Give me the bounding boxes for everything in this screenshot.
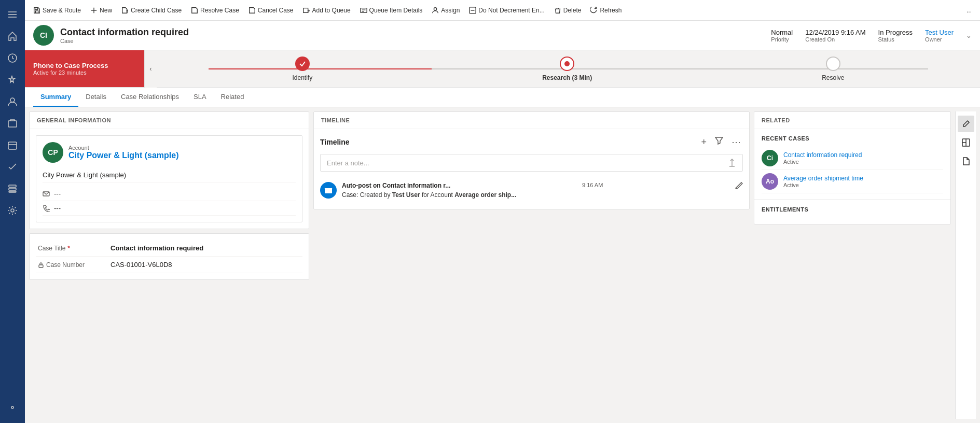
nav-queue[interactable]	[2, 178, 23, 199]
timeline-actions: + ⋯	[699, 135, 743, 149]
timeline-filter-button[interactable]	[713, 136, 725, 149]
timeline-more-button[interactable]: ⋯	[729, 135, 743, 149]
tab-summary[interactable]: Summary	[33, 88, 78, 107]
related-case-1-info: Contact information required Active	[783, 151, 943, 165]
queue-details-button[interactable]: Queue Item Details	[356, 5, 427, 16]
nav-accounts[interactable]	[2, 113, 23, 134]
case-title-label: Case Title *	[38, 245, 111, 252]
nav-pinned[interactable]	[2, 69, 23, 90]
process-step-resolve[interactable]: Resolve	[822, 57, 844, 81]
resolve-case-button[interactable]: Resolve Case	[187, 5, 243, 16]
tab-sla[interactable]: SLA	[186, 88, 214, 107]
tab-case-relationships[interactable]: Case Relationships	[114, 88, 186, 107]
svg-point-11	[11, 406, 13, 408]
account-email-value: ---	[54, 190, 61, 198]
step-circle-identify	[295, 57, 310, 71]
timeline-header-row: Timeline + ⋯	[320, 135, 743, 149]
svg-marker-30	[715, 137, 723, 144]
case-number-label: Case Number	[38, 261, 111, 269]
nav-home[interactable]	[2, 26, 23, 47]
svg-point-24	[434, 7, 437, 10]
account-sub-name: City Power & Light (sample)	[43, 168, 296, 182]
refresh-button[interactable]: Refresh	[586, 5, 626, 16]
process-bar-chevron[interactable]: ‹	[144, 50, 157, 88]
nav-activities[interactable]	[2, 157, 23, 177]
timeline-add-button[interactable]: +	[699, 136, 709, 149]
svg-rect-29	[39, 265, 43, 267]
nav-tools[interactable]	[2, 200, 23, 221]
case-info: Case Title * Contact information require…	[30, 234, 309, 279]
svg-rect-21	[360, 8, 366, 12]
add-queue-button[interactable]: Add to Queue	[299, 5, 355, 16]
right-sidebar	[955, 111, 976, 419]
related-case-2-info: Average order shipment time Active	[783, 175, 943, 188]
svg-rect-8	[9, 188, 16, 190]
process-step-research[interactable]: Research (3 Min)	[542, 57, 592, 81]
account-card-inner: CP Account City Power & Light (sample) C…	[36, 135, 302, 222]
svg-rect-9	[9, 191, 16, 192]
nav-cases[interactable]	[2, 135, 23, 156]
svg-rect-5	[8, 121, 17, 127]
entitlements-title: ENTITLEMENTS	[762, 206, 943, 213]
sidebar-pencil-btn[interactable]	[958, 116, 974, 132]
timeline-section: Timeline + ⋯ Enter a note...	[314, 129, 749, 209]
nav-bottom[interactable]	[2, 397, 23, 418]
related-case-1-name[interactable]: Contact information required	[783, 151, 943, 159]
timeline-entry-content: Auto-post on Contact information r... 9:…	[342, 182, 743, 199]
account-label: Account	[68, 145, 178, 151]
step-circle-resolve	[826, 57, 840, 71]
process-bar-active[interactable]: Phone to Case Process Active for 23 minu…	[25, 50, 144, 87]
delete-button[interactable]: Delete	[550, 5, 586, 16]
svg-point-4	[10, 98, 15, 102]
svg-rect-18	[303, 8, 308, 12]
case-fields-card: Case Title * Contact information require…	[29, 233, 309, 280]
toolbar: Save & Route New Create Child Case Resol…	[25, 0, 980, 21]
related-case-2: Ao Average order shipment time Active	[762, 170, 943, 193]
account-name[interactable]: City Power & Light (sample)	[68, 151, 178, 160]
owner-meta: Test User Owner	[925, 29, 954, 43]
nav-menu[interactable]	[2, 4, 23, 25]
record-expand-chevron[interactable]: ⌄	[966, 32, 972, 39]
cancel-case-button[interactable]: Cancel Case	[244, 5, 298, 16]
timeline-card: TIMELINE Timeline + ⋯	[313, 111, 750, 209]
sidebar-layout-btn[interactable]	[958, 134, 974, 151]
timeline-entry: Auto-post on Contact information r... 9:…	[320, 178, 743, 203]
do-not-decrement-button[interactable]: Do Not Decrement En...	[465, 5, 548, 16]
assign-button[interactable]: Assign	[427, 5, 464, 16]
related-case-1: Ci Contact information required Active	[762, 147, 943, 170]
child-case-button[interactable]: Create Child Case	[117, 5, 186, 16]
related-case-1-avatar: Ci	[762, 150, 778, 166]
timeline-note-input[interactable]: Enter a note...	[320, 154, 743, 172]
related-case-1-status: Active	[783, 159, 943, 165]
tab-related[interactable]: Related	[214, 88, 252, 107]
more-actions-button[interactable]: ...	[962, 5, 976, 16]
record-title-area: Contact information required Case	[60, 27, 765, 44]
step-circle-research	[560, 57, 574, 71]
new-button[interactable]: New	[86, 5, 116, 16]
nav-recent[interactable]	[2, 48, 23, 68]
tab-details[interactable]: Details	[78, 88, 114, 107]
save-route-button[interactable]: Save & Route	[29, 5, 85, 16]
account-info: Account City Power & Light (sample)	[68, 145, 178, 160]
recent-cases-title: RECENT CASES	[762, 135, 943, 142]
related-case-2-status: Active	[783, 182, 943, 188]
record-header: CI Contact information required Case Nor…	[25, 21, 980, 50]
process-bar: Phone to Case Process Active for 23 minu…	[25, 50, 980, 88]
step-label-resolve: Resolve	[822, 74, 844, 81]
nav-contacts[interactable]	[2, 91, 23, 112]
process-line-active	[209, 68, 432, 69]
general-info-card: GENERAL INFORMATION CP Account City Powe…	[29, 111, 309, 229]
account-avatar: CP	[43, 142, 63, 163]
timeline-entry-title: Auto-post on Contact information r...	[342, 182, 450, 189]
related-case-2-name[interactable]: Average order shipment time	[783, 175, 943, 182]
priority-meta: Normal Priority	[771, 29, 793, 43]
svg-rect-13	[35, 7, 38, 9]
entitlements-subsection: ENTITLEMENTS	[754, 200, 950, 224]
process-step-identify[interactable]: Identify	[292, 57, 312, 81]
timeline-entry-icon	[320, 182, 337, 199]
sidebar-doc-btn[interactable]	[958, 153, 974, 170]
recent-cases-subsection: RECENT CASES Ci Contact information requ…	[754, 129, 950, 200]
record-title: Contact information required	[60, 27, 765, 38]
created-meta: 12/24/2019 9:16 AM Created On	[805, 29, 865, 43]
related-section: RECENT CASES Ci Contact information requ…	[754, 129, 950, 224]
